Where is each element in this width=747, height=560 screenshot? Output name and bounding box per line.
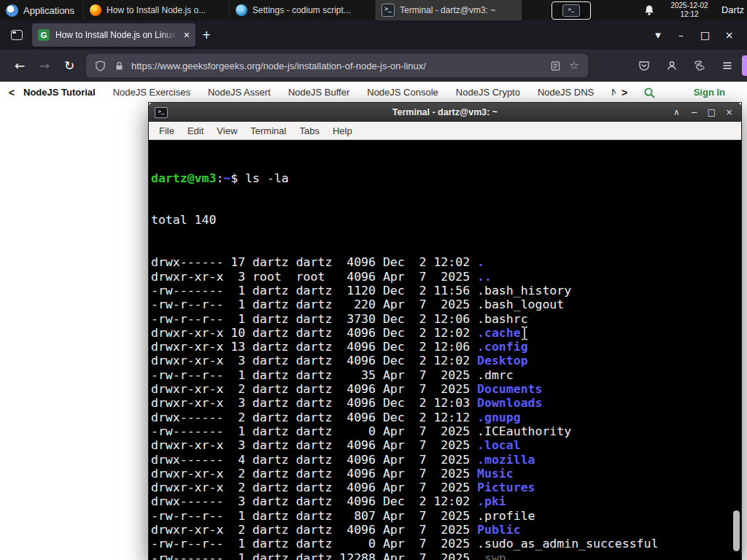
window-close-button[interactable]: ×	[717, 24, 741, 46]
terminal-line: -rw------- 1 dartz dartz 0 Apr 7 2025 .I…	[151, 424, 741, 438]
forward-button[interactable]: →	[32, 54, 57, 77]
terminal-maximize-button[interactable]: □	[704, 105, 719, 120]
terminal-line: drwx------ 2 dartz dartz 4096 Dec 2 12:1…	[151, 411, 741, 424]
file-attributes: drwx------ 17 dartz dartz 4096 Dec 2 12:…	[151, 255, 477, 269]
pocket-icon[interactable]	[632, 54, 657, 77]
tracking-shield-icon[interactable]	[93, 59, 107, 72]
terminal-line: drwxr-xr-x 3 root root 4096 Apr 7 2025 .…	[151, 270, 741, 284]
file-name: .dmrc	[477, 368, 514, 382]
terminal-line: -rw-r--r-- 1 dartz dartz 35 Apr 7 2025 .…	[151, 368, 741, 382]
terminal-line: drwxr-xr-x 13 dartz dartz 4096 Dec 2 12:…	[151, 340, 741, 354]
file-name: Music	[477, 467, 514, 481]
notification-bell-icon[interactable]	[643, 4, 655, 16]
terminal-line: -rw-r--r-- 1 dartz dartz 220 Apr 7 2025 …	[151, 298, 741, 311]
terminal-line: drwxr-xr-x 3 dartz dartz 4096 Dec 2 12:0…	[151, 396, 741, 410]
toolbar-right-icons	[632, 54, 740, 77]
prompt-separator: :	[216, 171, 223, 185]
file-name: Documents	[477, 382, 542, 396]
edge-extension-icon[interactable]	[742, 55, 747, 76]
applications-label: Applications	[23, 5, 74, 16]
site-nav-link[interactable]: NodeJS	[611, 82, 616, 104]
back-button[interactable]: ←	[7, 54, 32, 77]
site-nav-link[interactable]: NodeJS Tutorial	[23, 82, 96, 104]
terminal-line: drwx------ 17 dartz dartz 4096 Dec 2 12:…	[151, 255, 741, 269]
clock-time: 12:12	[662, 10, 716, 19]
taskbar-window-terminal[interactable]: >_ Terminal - dartz@vm3: ~	[376, 0, 522, 20]
reader-mode-icon[interactable]	[549, 59, 562, 72]
taskbar-window-firefox[interactable]: How to Install Node.js o...	[84, 0, 230, 20]
terminal-screen[interactable]: dartz@vm3:~$ ls -la total 140 drwx------…	[149, 140, 741, 560]
terminal-window-controls: ∧ − □ ×	[669, 105, 741, 120]
menu-hamburger-icon[interactable]	[715, 54, 740, 77]
clock[interactable]: 2025-12-02 12:12	[662, 1, 716, 19]
site-nav-link[interactable]: NodeJS Buffer	[288, 82, 349, 104]
file-name: .mozilla	[477, 453, 535, 467]
file-attributes: drwxr-xr-x 2 dartz dartz 4096 Apr 7 2025	[151, 481, 477, 494]
file-name: .gnupg	[477, 411, 521, 424]
site-nav-link[interactable]: NodeJS DNS	[538, 82, 594, 104]
menu-terminal[interactable]: Terminal	[244, 122, 292, 139]
file-name: .profile	[477, 509, 535, 523]
file-attributes: -rw-r--r-- 1 dartz dartz 3730 Dec 2 12:0…	[151, 312, 477, 326]
file-attributes: drwxr-xr-x 2 dartz dartz 4096 Apr 7 2025	[151, 467, 477, 481]
terminal-indicator-icon: >_	[562, 4, 580, 17]
applications-menu[interactable]: Applications	[0, 0, 84, 20]
menu-help[interactable]: Help	[327, 122, 358, 139]
subnav-next-icon[interactable]: >	[622, 82, 627, 104]
file-name: .bash_logout	[477, 298, 564, 311]
file-attributes: -rw------- 1 dartz dartz 1120 Dec 2 11:5…	[151, 284, 477, 298]
file-name: .local	[477, 438, 521, 452]
site-nav-link[interactable]: NodeJS Exercises	[113, 82, 190, 104]
file-name: .ICEauthority	[477, 424, 571, 438]
taskbar-label: How to Install Node.js o...	[107, 5, 223, 15]
url-bar[interactable]: https://www.geeksforgeeks.org/node-js/in…	[86, 54, 588, 77]
terminal-title: Terminal - dartz@vm3: ~	[149, 107, 741, 117]
firefox-view-button[interactable]	[6, 24, 28, 46]
text-cursor-pointer	[462, 312, 471, 327]
site-nav-link[interactable]: NodeJS Crypto	[456, 82, 520, 104]
file-name: ..	[477, 270, 492, 284]
terminal-minimize-button[interactable]: −	[686, 105, 702, 120]
tray-window-indicator[interactable]: >_	[551, 1, 591, 20]
site-subnav: < NodeJS Tutorial NodeJS Exercises NodeJ…	[0, 82, 747, 104]
taskbar-window-codium[interactable]: Settings - codium script...	[230, 0, 376, 20]
new-tab-button[interactable]: +	[196, 24, 217, 46]
terminal-titlebar[interactable]: >_ Terminal - dartz@vm3: ~ ∧ − □ ×	[149, 103, 741, 122]
taskbar-label: Settings - codium script...	[252, 5, 369, 15]
tab-close-icon[interactable]: ×	[184, 29, 190, 41]
terminal-line: -rw-r--r-- 1 dartz dartz 0 Apr 7 2025 .s…	[151, 537, 741, 551]
lock-icon[interactable]	[112, 59, 125, 72]
sign-in-button[interactable]: Sign In	[694, 82, 725, 104]
bookmark-star-icon[interactable]: ☆	[568, 59, 581, 72]
window-maximize-button[interactable]: □	[693, 24, 717, 46]
account-icon[interactable]	[659, 54, 684, 77]
menu-view[interactable]: View	[211, 122, 243, 139]
terminal-line: drwxr-xr-x 3 dartz dartz 4096 Apr 7 2025…	[151, 438, 741, 452]
firefox-icon	[90, 4, 101, 16]
reload-button[interactable]: ↻	[57, 54, 82, 77]
terminal-shade-button[interactable]: ∧	[669, 105, 684, 120]
terminal-close-button[interactable]: ×	[721, 105, 737, 120]
terminal-window: >_ Terminal - dartz@vm3: ~ ∧ − □ × File …	[148, 102, 742, 560]
search-icon[interactable]	[643, 87, 656, 99]
terminal-line: -rw------- 1 dartz dartz 1120 Dec 2 11:5…	[151, 284, 741, 298]
taskbar-label: Terminal - dartz@vm3: ~	[400, 5, 515, 15]
user-label: Dartz	[721, 0, 744, 20]
terminal-scrollbar-thumb[interactable]	[733, 510, 740, 551]
extensions-icon[interactable]	[687, 54, 712, 77]
site-nav-link[interactable]: NodeJS Assert	[208, 82, 271, 104]
subnav-prev-icon[interactable]: <	[9, 82, 15, 104]
desktop: Applications How to Install Node.js o...…	[0, 0, 747, 560]
menu-file[interactable]: File	[153, 122, 180, 139]
window-minimize-button[interactable]: –	[669, 24, 693, 46]
browser-tab[interactable]: G How to Install Node.js on Linux ×	[32, 23, 196, 47]
file-attributes: drwxr-xr-x 2 dartz dartz 4096 Apr 7 2025	[151, 382, 477, 396]
menu-edit[interactable]: Edit	[182, 122, 209, 139]
site-nav-link[interactable]: NodeJS Console	[367, 82, 438, 104]
list-all-tabs-button[interactable]: ▾	[647, 24, 669, 46]
site-nav-items: NodeJS Tutorial NodeJS Exercises NodeJS …	[23, 82, 616, 104]
prompt-symbol: $	[231, 171, 238, 185]
menu-tabs[interactable]: Tabs	[293, 122, 325, 139]
file-name: .pki	[477, 494, 506, 508]
terminal-icon: >_	[382, 4, 395, 17]
